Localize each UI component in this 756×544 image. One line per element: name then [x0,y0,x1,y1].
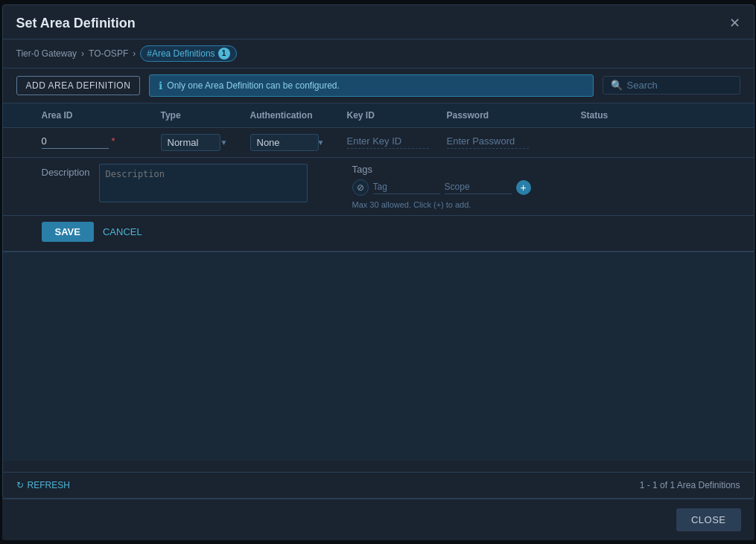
tag-input[interactable] [373,180,440,194]
auth-select[interactable]: None Password MD5 [250,134,319,151]
type-select[interactable]: Normal Stub NSSA [161,134,220,151]
modal-close-x-button[interactable]: ✕ [729,16,740,30]
row-areaid-cell: * [33,127,152,157]
col-header-keyid: Key ID [338,103,438,128]
search-box: 🔍 [603,76,740,95]
description-section: Description [42,164,308,202]
info-message: Only one Area Definition can be configur… [167,80,339,91]
required-indicator: * [112,135,115,147]
modal-header: Set Area Definition ✕ [3,5,754,39]
desc-tags-row: Description Tags ⊘ + Max 30 [3,158,754,216]
breadcrumb: Tier-0 Gateway › TO-OSPF › #Area Definit… [3,39,754,68]
description-label: Description [42,167,90,178]
breadcrumb-chip-count: 1 [218,48,230,60]
tags-input-row: ⊘ + [352,179,531,196]
info-banner: ℹ Only one Area Definition can be config… [149,74,593,97]
table-area: Area ID Type Authentication Key ID Passw… [3,103,754,472]
auth-select-wrapper: None Password MD5 ▼ [250,134,329,151]
type-select-arrow-icon: ▼ [220,138,228,147]
refresh-button[interactable]: ↻ REFRESH [16,480,70,490]
breadcrumb-ospf: TO-OSPF [89,48,128,59]
bottom-bar: CLOSE [2,499,755,540]
search-input[interactable] [627,80,732,91]
row-password-cell [438,127,572,157]
row-auth-cell: None Password MD5 ▼ [241,127,338,157]
search-icon: 🔍 [611,80,623,91]
key-id-input[interactable] [347,134,429,149]
col-header-checkbox [3,103,33,128]
area-id-input[interactable] [42,134,109,149]
col-header-type: Type [152,103,241,128]
description-textarea[interactable] [99,164,308,202]
close-button[interactable]: CLOSE [676,508,741,531]
add-area-definition-button[interactable]: ADD AREA DEFINITION [16,76,141,95]
scope-input[interactable] [445,180,512,194]
footer-count: 1 - 1 of 1 Area Definitions [640,480,740,490]
refresh-icon: ↻ [16,480,24,490]
breadcrumb-chip-label: #Area Definitions [147,48,215,59]
save-button[interactable]: SAVE [42,222,94,242]
tags-hint: Max 30 allowed. Click (+) to add. [352,200,531,209]
tags-section: Tags ⊘ + Max 30 allowed. Click (+) to ad… [352,164,531,209]
row-type-cell: Normal Stub NSSA ▼ [152,127,241,157]
col-header-authentication: Authentication [241,103,338,128]
add-tag-button[interactable]: + [516,180,531,195]
col-header-status: Status [572,103,754,128]
password-input[interactable] [447,134,529,149]
tags-label: Tags [352,164,531,175]
breadcrumb-tier0: Tier-0 Gateway [16,48,77,59]
refresh-label: REFRESH [28,480,70,490]
col-header-password: Password [438,103,572,128]
breadcrumb-chip[interactable]: #Area Definitions 1 [140,45,236,62]
tag-remove-icon[interactable]: ⊘ [352,179,369,196]
modal-title: Set Area Definition [16,16,136,31]
row-checkbox-cell [3,127,33,157]
type-select-wrapper: Normal Stub NSSA ▼ [161,134,232,151]
modal-footer: ↻ REFRESH 1 - 1 of 1 Area Definitions [3,472,754,498]
table-header-row: Area ID Type Authentication Key ID Passw… [3,103,754,128]
row-status-cell [572,127,754,157]
info-icon: ℹ [159,80,162,92]
toolbar: ADD AREA DEFINITION ℹ Only one Area Defi… [3,68,754,103]
cancel-button[interactable]: CANCEL [103,226,142,237]
row-keyid-cell [338,127,438,157]
action-row: SAVE CANCEL [3,216,754,252]
empty-table-area [3,252,754,461]
col-header-areaid: Area ID [33,103,152,128]
table-row-form: * Normal Stub NSSA ▼ [3,127,754,157]
